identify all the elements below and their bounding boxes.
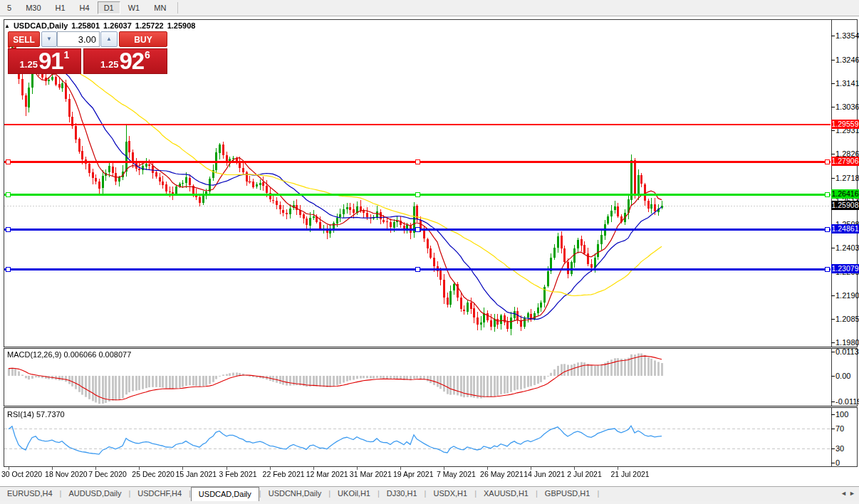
ohlc-open: 1.25801 (71, 21, 100, 30)
rsi-panel-canvas[interactable] (4, 408, 831, 466)
spin-down-icon: ▼ (46, 36, 52, 42)
sell-price-big: 91 (38, 51, 63, 72)
ohlc-close: 1.25908 (167, 21, 196, 30)
macd-tick-label: 0.01135 (835, 347, 859, 356)
rsi-tick-label: 70 (835, 424, 844, 433)
status-strip (0, 501, 859, 504)
buy-button[interactable]: BUY (119, 31, 167, 47)
price-tick (831, 342, 835, 343)
time-tick-label: 19 Apr 2021 (393, 470, 434, 478)
tab-eurusd-h4[interactable]: EURUSD,H4 (0, 487, 60, 502)
price-tick (831, 248, 835, 248)
tab-scroll-right-icon[interactable]: ► (849, 490, 855, 497)
time-tick-label: 25 Dec 2020 (132, 470, 175, 478)
timeframe-button-d1[interactable]: D1 (98, 1, 120, 14)
sell-price-display[interactable]: 1.25 91 1 (8, 48, 81, 74)
timeframe-button-5[interactable]: 5 (1, 1, 18, 14)
tab-ukoil-h1[interactable]: UKOil,H1 (330, 487, 378, 502)
time-tick-label: 14 Jun 2021 (524, 470, 565, 478)
buy-price-prefix: 1.25 (100, 59, 118, 70)
price-tick (831, 60, 835, 61)
price-tick-label: 1.27180 (835, 174, 859, 182)
price-tick (831, 83, 835, 84)
toolbar-separator (177, 2, 178, 14)
timeframe-button-h4[interactable]: H4 (73, 1, 96, 14)
price-level-badge: 1.26416 (831, 189, 859, 199)
timeframe-button-m30[interactable]: M30 (19, 1, 47, 14)
timeframe-button-w1[interactable]: W1 (122, 1, 147, 14)
tab-usdx-h1[interactable]: USDX,H1 (426, 487, 474, 502)
macd-tick (831, 352, 835, 352)
buy-price-big: 92 (119, 51, 144, 72)
tab-usdchf-h4[interactable]: USDCHF,H4 (130, 487, 189, 502)
price-tick-label: 1.21900 (835, 291, 859, 300)
price-tick-label: 1.19800 (835, 338, 859, 347)
time-tick-label: 12 Mar 2021 (306, 470, 348, 478)
macd-label: MACD(12,26,9) 0.006066 0.008077 (7, 350, 131, 359)
tab-separator: | (597, 487, 599, 502)
price-tick (831, 130, 835, 131)
price-level-badge: 1.24861 (831, 224, 859, 233)
volume-decrease-button[interactable]: ▼ (41, 31, 57, 47)
tab-usdcad-daily[interactable]: USDCAD,Daily (191, 487, 259, 502)
tab-usdcnh-daily[interactable]: USDCNH,Daily (261, 487, 329, 502)
time-axis-line (4, 466, 858, 467)
rsi-tick (831, 448, 835, 449)
price-tick-label: 1.24030 (835, 243, 859, 252)
volume-input[interactable] (57, 31, 100, 47)
buy-price-display[interactable]: 1.25 92 6 (83, 48, 167, 74)
price-tick-label: 1.20850 (835, 315, 859, 323)
volume-increase-button[interactable]: ▲ (100, 31, 118, 47)
price-tick (831, 178, 835, 179)
price-tick (831, 319, 835, 320)
chart-header: ▲ USDCAD,Daily 1.25801 1.26037 1.25722 1… (4, 21, 195, 30)
rsi-tick-label: 100 (835, 410, 848, 419)
rsi-tick-label: 30 (835, 444, 844, 453)
tab-scroll-left-icon[interactable]: ◄ (840, 490, 847, 497)
price-tick-label: 1.32460 (835, 56, 859, 64)
time-tick-label: 31 Mar 2021 (350, 470, 392, 478)
time-tick-label: 18 Nov 2020 (45, 470, 88, 478)
time-tick-label: 26 May 2021 (480, 470, 524, 478)
rsi-tick (831, 463, 835, 463)
tab-gbpusd-h1[interactable]: GBPUSD,H1 (538, 487, 598, 502)
chart-symbol-title: USDCAD,Daily (14, 21, 68, 30)
timeframe-button-mn[interactable]: MN (147, 1, 172, 14)
sell-price-prefix: 1.25 (20, 59, 38, 70)
rsi-tick (831, 414, 835, 415)
ohlc-high: 1.26037 (103, 21, 132, 30)
ohlc-low: 1.25722 (135, 21, 164, 30)
timeframe-button-h1[interactable]: H1 (49, 1, 72, 14)
terminal-window: 5M30H1H4D1W1MN ▲ USDCAD,Daily 1.25801 1.… (0, 0, 859, 504)
price-tick-label: 1.30360 (835, 103, 859, 111)
price-level-badge: 1.27906 (831, 157, 859, 166)
time-tick-label: 7 May 2021 (437, 470, 476, 478)
time-tick-label: 3 Feb 2021 (219, 470, 257, 478)
time-tick-label: 30 Oct 2020 (1, 470, 42, 478)
time-tick-label: 21 Jul 2021 (610, 470, 649, 478)
macd-tick (831, 376, 835, 377)
price-axis-line (831, 20, 832, 466)
time-tick-label: 2 Jul 2021 (567, 470, 601, 478)
current-price-badge: 1.25908 (831, 201, 859, 210)
spin-up-icon: ▲ (106, 36, 112, 42)
time-tick-label: 7 Dec 2020 (88, 470, 127, 478)
price-level-badge: 1.29559 (831, 120, 859, 129)
tab-dj30-h1[interactable]: DJ30,H1 (380, 487, 425, 502)
macd-tick-label: 0.00 (835, 372, 850, 380)
chart-tab-bar: EURUSD,H4|AUDUSD,Daily|USDCHF,H4|USDCAD,… (0, 486, 859, 502)
price-tick (831, 107, 835, 107)
sell-button[interactable]: SELL (8, 31, 40, 47)
macd-tick-label: -0.01190 (835, 397, 859, 406)
price-tick-label: 1.33540 (835, 31, 859, 40)
buy-price-pip: 6 (145, 49, 150, 61)
price-tick (831, 295, 835, 296)
macd-tick (831, 401, 835, 402)
tab-xauusd-h1[interactable]: XAUUSD,H1 (477, 487, 536, 502)
price-tick (831, 154, 835, 154)
time-tick-label: 22 Feb 2021 (263, 470, 305, 478)
price-level-badge: 1.23079 (831, 264, 859, 273)
tab-audusd-daily[interactable]: AUDUSD,Daily (61, 487, 128, 502)
rsi-tick (831, 429, 835, 429)
collapse-one-click-icon[interactable]: ▲ (4, 23, 10, 29)
